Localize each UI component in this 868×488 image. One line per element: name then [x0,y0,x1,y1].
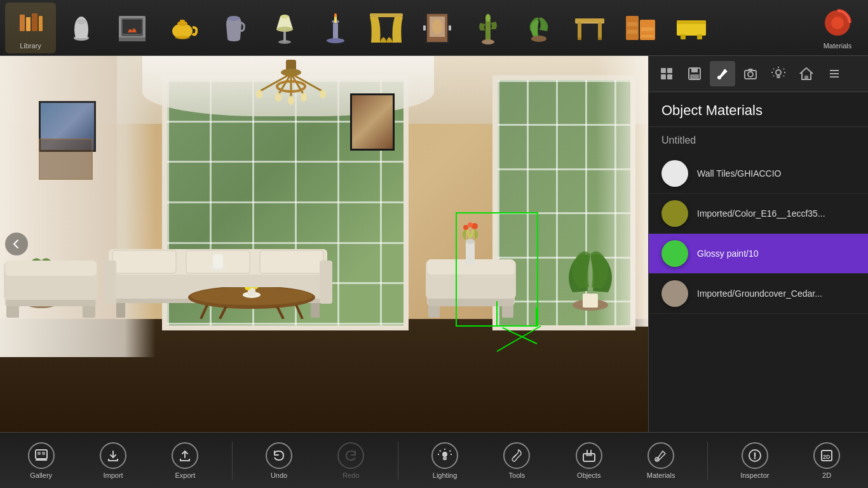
redo-icon [337,442,364,469]
toolbar-table[interactable] [564,3,615,53]
svg-point-13 [175,36,190,39]
svg-rect-44 [627,30,637,34]
divider-2 [398,442,398,480]
svg-point-17 [280,15,289,18]
material-swatch-wall-tiles [661,160,688,187]
svg-point-14 [227,16,240,21]
material-label-imported-color: Imported/Color_E16__1eccf35... [697,208,855,219]
tools-icon [503,442,530,469]
svg-point-23 [327,38,344,43]
svg-rect-29 [423,25,426,30]
toolbar-library[interactable]: Library [5,3,56,53]
lighting-icon [431,442,458,469]
svg-rect-132 [586,454,592,456]
svg-point-34 [531,36,546,42]
import-icon [100,442,126,469]
svg-rect-1 [26,17,31,31]
toolbar-pitcher[interactable] [208,3,259,53]
toolbar-materials[interactable]: Materials [812,3,863,53]
toolbar-painting[interactable] [412,3,463,53]
panel-tool-paint[interactable] [710,61,735,86]
svg-rect-103 [466,241,475,264]
import-label: Import [103,471,123,479]
btn-undo[interactable]: Undo [254,435,304,486]
material-label-imported-groundcover: Imported/Groundcover_Cedar... [697,288,855,299]
svg-rect-76 [5,261,97,276]
svg-rect-37 [578,22,581,40]
panel-tool-list[interactable] [822,61,847,86]
svg-point-52 [831,17,844,29]
svg-rect-9 [119,37,146,41]
svg-text:2D: 2D [823,454,831,460]
objects-icon [576,442,602,469]
lighting-label: Lighting [433,471,458,479]
btn-redo: Redo [325,435,376,486]
toolbar-shelf[interactable] [615,3,666,53]
svg-point-128 [442,452,447,457]
toolbar-teapot[interactable] [158,3,208,53]
svg-rect-124 [36,450,47,459]
export-icon [172,442,198,469]
nav-left[interactable] [5,233,28,255]
btn-inspector[interactable]: Inspector [729,435,780,486]
btn-export[interactable]: Export [159,435,210,486]
material-item-glossy-paint[interactable]: Glossy paint/10 [649,234,868,274]
svg-point-104 [466,239,475,244]
svg-point-138 [754,457,756,459]
btn-import[interactable]: Import [88,435,139,486]
top-toolbar: Library [0,0,868,56]
svg-point-32 [482,39,494,44]
svg-point-105 [463,225,468,230]
svg-rect-113 [691,68,698,72]
panel-tool-light[interactable] [766,61,791,86]
material-item-imported-color[interactable]: Imported/Color_E16__1eccf35... [649,194,868,234]
panel-tool-camera[interactable] [738,61,763,86]
btn-2d[interactable]: 2D 2D [801,435,852,486]
svg-point-61 [275,93,281,102]
svg-rect-69 [583,294,598,308]
btn-tools[interactable]: Tools [491,435,542,486]
divider-3 [707,442,708,480]
svg-rect-24 [370,13,403,17]
btn-objects[interactable]: Objects [564,435,614,486]
btn-gallery[interactable]: Gallery [16,435,67,486]
svg-rect-129 [443,457,447,460]
panel-tool-home[interactable] [794,61,819,86]
svg-rect-2 [32,13,37,31]
svg-rect-119 [776,75,780,78]
svg-rect-127 [42,452,45,455]
toolbar-yellow-surface[interactable] [666,3,717,53]
panel-tool-layout[interactable] [654,61,679,86]
btn-lighting[interactable]: Lighting [419,435,470,486]
svg-point-63 [301,93,307,102]
svg-point-28 [432,19,442,34]
svg-point-118 [776,70,781,75]
viewport[interactable] [0,56,648,432]
svg-rect-49 [681,34,686,39]
btn-materials[interactable]: Materials [635,435,686,486]
svg-point-115 [717,76,721,79]
toolbar-fireplace[interactable] [107,3,158,53]
toolbar-cactus[interactable] [463,3,513,53]
svg-rect-41 [626,16,639,40]
panel-tool-save[interactable] [682,61,707,86]
gallery-label: Gallery [30,471,52,479]
toolbar-candlestick[interactable] [310,3,361,53]
svg-rect-126 [37,452,41,455]
svg-point-117 [748,72,753,77]
svg-rect-43 [627,22,637,26]
svg-rect-38 [598,22,602,40]
gallery-icon [28,442,55,469]
toolbar-lamp[interactable] [259,3,310,53]
toolbar-vase[interactable] [56,3,107,53]
svg-point-60 [256,90,262,98]
material-swatch-imported-color [661,200,688,227]
svg-rect-108 [661,68,666,73]
material-item-wall-tiles[interactable]: Wall Tiles/GHIACCIO [649,154,868,194]
svg-rect-50 [697,34,702,39]
material-item-imported-groundcover[interactable]: Imported/Groundcover_Cedar... [649,274,868,314]
toolbar-curtains[interactable] [361,3,412,53]
svg-point-22 [334,13,337,17]
2d-icon: 2D [813,442,840,469]
toolbar-plant2[interactable] [513,3,564,53]
